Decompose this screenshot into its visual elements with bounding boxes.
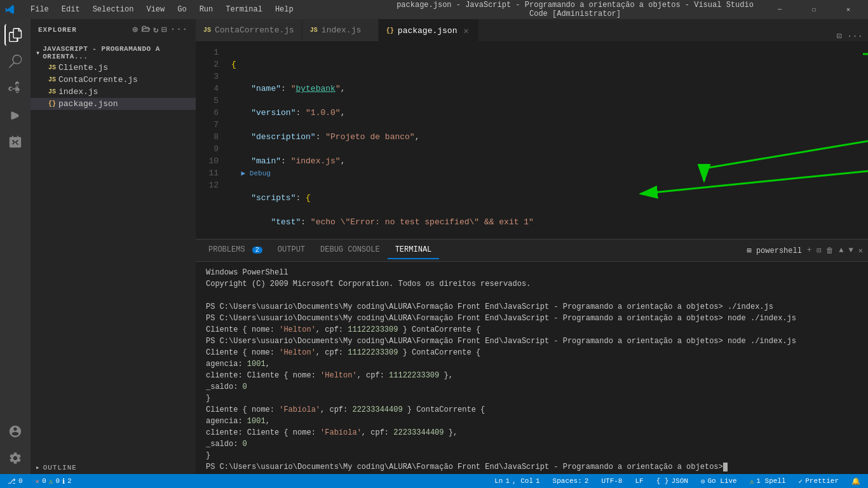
file-name-contacorrente: ContaCorrente.js — [58, 75, 138, 85]
more-icon[interactable]: ··· — [170, 24, 188, 35]
git-branch-status[interactable]: ⎇ 0 — [5, 477, 25, 485]
refresh-icon[interactable]: ↻ — [153, 24, 159, 35]
terminal-line-3: PS C:\Users\usuario\Documents\My coding\… — [206, 336, 858, 347]
output-label: OUTPUT — [278, 245, 305, 254]
collapse-icon[interactable]: ⊟ — [161, 24, 167, 35]
file-name-cliente: Cliente.js — [58, 63, 108, 72]
encoding-status[interactable]: UTF-8 — [599, 477, 625, 485]
cursor-position-status[interactable]: Ln 1, Col 1 — [492, 477, 542, 485]
error-icon: ✕ — [36, 477, 40, 485]
sidebar: EXPLORER ⊕ 🗁 ↻ ⊟ ··· ▾ JAVASCRIPT - PROG… — [31, 19, 196, 474]
profile-activity-icon[interactable] — [4, 421, 26, 442]
git-branch-label: 0 — [18, 477, 23, 485]
tab-js-icon-2: JS — [310, 27, 318, 34]
warning-spell-icon: ⚠ — [750, 477, 754, 485]
tab-problems[interactable]: PROBLEMS 2 — [201, 241, 270, 259]
file-cliente[interactable]: JS Cliente.js — [31, 62, 196, 74]
editor-area: JS ContaCorrente.js JS index.js {} packa… — [196, 19, 868, 474]
problems-badge: 2 — [252, 247, 262, 254]
code-content[interactable]: { "name": "bytebank", "version": "1.0.0"… — [226, 41, 868, 239]
terminal-line-2: PS C:\Users\usuario\Documents\My coding\… — [206, 313, 858, 324]
tab-label-index: index.js — [322, 25, 361, 35]
spaces-value: 2 — [585, 477, 589, 485]
encoding-value: UTF-8 — [601, 477, 622, 485]
warning-icon: ⚠ — [49, 477, 53, 485]
tab-package-json[interactable]: {} package.json ✕ — [379, 19, 480, 41]
file-package[interactable]: {} package.json — [31, 98, 196, 110]
menu-terminal[interactable]: Terminal — [220, 4, 268, 15]
tabs-bar: JS ContaCorrente.js JS index.js {} packa… — [196, 19, 868, 41]
source-control-activity-icon[interactable] — [4, 78, 26, 99]
explorer-activity-icon[interactable] — [4, 24, 26, 46]
menu-file[interactable]: File — [25, 4, 54, 15]
menu-go[interactable]: Go — [172, 4, 191, 15]
bell-icon: 🔔 — [851, 477, 860, 485]
window-controls: ─ ☐ ✕ — [765, 0, 863, 19]
file-tree: ▾ JAVASCRIPT - PROGRAMANDO A ORIENTA... … — [31, 40, 196, 461]
spell-status[interactable]: ⚠ 1 Spell — [747, 477, 789, 485]
signal-icon: ⊙ — [701, 477, 705, 485]
minimize-panel-icon[interactable]: ▼ — [849, 246, 853, 255]
kill-terminal-icon[interactable]: 🗑 — [826, 246, 834, 255]
search-activity-icon[interactable] — [4, 51, 26, 72]
new-file-icon[interactable]: ⊕ — [132, 24, 138, 35]
file-index[interactable]: JS index.js — [31, 86, 196, 98]
menu-help[interactable]: Help — [270, 4, 299, 15]
close-panel-icon[interactable]: ✕ — [858, 246, 863, 255]
tab-contacorrente[interactable]: JS ContaCorrente.js — [196, 19, 302, 41]
tab-close-button[interactable]: ✕ — [461, 25, 471, 36]
js-icon-3: JS — [48, 88, 56, 95]
notifications-status[interactable]: 🔔 — [849, 477, 863, 485]
prettier-label: Prettier — [805, 477, 839, 485]
project-name: JAVASCRIPT - PROGRAMANDO A ORIENTA... — [43, 45, 191, 60]
panel-right-controls: ⊞ powershell + ⊡ 🗑 ▲ ▼ ✕ — [747, 246, 863, 255]
problems-label: PROBLEMS — [208, 245, 245, 254]
terminal-content[interactable]: Windows PowerShell Copyright (C) 2009 Mi… — [196, 262, 868, 474]
ln-value: 1 — [505, 477, 510, 485]
minimize-button[interactable]: ─ — [765, 0, 794, 19]
more-actions-icon[interactable]: ··· — [847, 31, 863, 41]
warning-count: 0 — [55, 477, 60, 485]
errors-status[interactable]: ✕ 0 ⚠ 0 ℹ 2 — [33, 477, 74, 485]
eol-value: LF — [635, 477, 643, 485]
tab-output[interactable]: OUTPUT — [270, 241, 313, 259]
project-folder[interactable]: ▾ JAVASCRIPT - PROGRAMANDO A ORIENTA... — [31, 44, 196, 62]
prettier-status[interactable]: ✓ Prettier — [796, 477, 841, 485]
shell-label: ⊞ powershell — [747, 246, 801, 255]
json-icon: {} — [48, 100, 56, 107]
eol-status[interactable]: LF — [632, 477, 646, 485]
golive-status[interactable]: ⊙ Go Live — [698, 477, 740, 485]
new-folder-icon[interactable]: 🗁 — [141, 24, 151, 35]
extensions-activity-icon[interactable] — [4, 131, 26, 152]
tab-debug-console[interactable]: DEBUG CONSOLE — [313, 241, 388, 259]
menu-selection[interactable]: Selection — [88, 4, 139, 15]
js-icon: JS — [48, 64, 56, 71]
menu-edit[interactable]: Edit — [57, 4, 85, 15]
split-editor-icon[interactable]: ⊡ — [836, 30, 841, 41]
golive-label: Go Live — [708, 477, 737, 485]
split-terminal-icon[interactable]: ⊡ — [817, 246, 821, 255]
file-name-index: index.js — [58, 87, 98, 97]
add-terminal-icon[interactable]: + — [807, 246, 811, 255]
menu-view[interactable]: View — [141, 4, 170, 15]
menu-run[interactable]: Run — [194, 4, 219, 15]
col-label: , Col — [512, 477, 533, 485]
tab-label-contacorrente: ContaCorrente.js — [215, 25, 294, 35]
close-button[interactable]: ✕ — [834, 0, 863, 19]
terminal-panel: PROBLEMS 2 OUTPUT DEBUG CONSOLE TERMINAL… — [196, 239, 868, 474]
spaces-status[interactable]: Spaces: 2 — [550, 477, 592, 485]
chevron-down-icon: ▾ — [36, 48, 40, 58]
maximize-panel-icon[interactable]: ▲ — [839, 246, 843, 255]
tab-terminal[interactable]: TERMINAL — [388, 241, 440, 259]
sidebar-header: EXPLORER ⊕ 🗁 ↻ ⊟ ··· — [31, 19, 196, 40]
language-status[interactable]: { } JSON — [654, 477, 691, 485]
terminal-output-block: Cliente { nome: 'Helton', cpf: 111222333… — [206, 347, 858, 461]
outline-section[interactable]: ▸ OUTLINE — [31, 461, 196, 474]
status-bar: ⎇ 0 ✕ 0 ⚠ 0 ℹ 2 Ln 1, Col 1 Spaces: 2 UT… — [0, 474, 868, 488]
settings-activity-icon[interactable] — [4, 447, 26, 469]
maximize-button[interactable]: ☐ — [799, 0, 829, 19]
tab-index[interactable]: JS index.js — [302, 19, 379, 41]
file-contacorrente[interactable]: JS ContaCorrente.js — [31, 74, 196, 86]
status-right: Ln 1, Col 1 Spaces: 2 UTF-8 LF { } JSON … — [492, 477, 863, 485]
run-debug-activity-icon[interactable] — [4, 104, 26, 126]
